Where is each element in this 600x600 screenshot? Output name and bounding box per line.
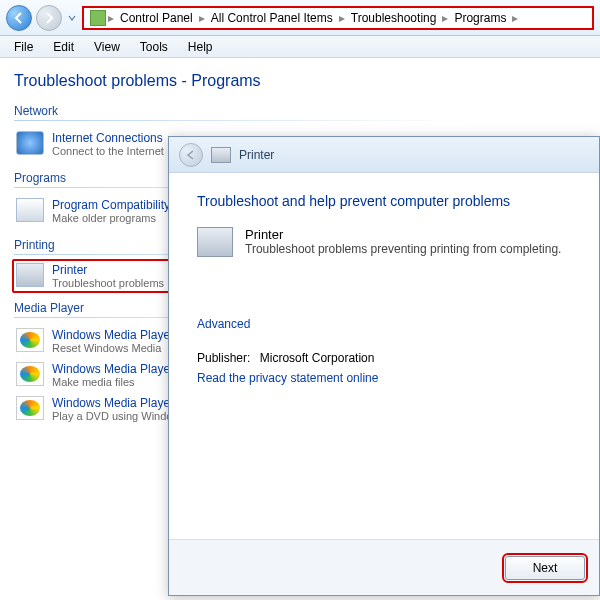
troubleshooter-wizard: Printer Troubleshoot and help prevent co… bbox=[168, 136, 600, 596]
list-item-title: Windows Media Player bbox=[52, 362, 174, 376]
breadcrumb-item[interactable]: Programs bbox=[450, 11, 510, 25]
printer-icon bbox=[197, 227, 233, 257]
wizard-back-button[interactable] bbox=[179, 143, 203, 167]
list-item-sub: Make media files bbox=[52, 376, 174, 388]
control-panel-icon bbox=[90, 10, 106, 26]
wizard-item-sub: Troubleshoot problems preventing printin… bbox=[245, 242, 561, 256]
nav-back-button[interactable] bbox=[6, 5, 32, 31]
next-button[interactable]: Next bbox=[505, 556, 585, 580]
wmp-icon bbox=[16, 328, 44, 352]
wizard-titlebar: Printer bbox=[169, 137, 599, 173]
nav-history-dropdown[interactable] bbox=[66, 14, 78, 22]
wmp-icon bbox=[16, 362, 44, 386]
wizard-title-text: Printer bbox=[239, 148, 274, 162]
list-item-sub: Reset Windows Media bbox=[52, 342, 174, 354]
chevron-right-icon: ▸ bbox=[108, 11, 114, 25]
list-item-sub: Make older programs bbox=[52, 212, 170, 224]
advanced-link[interactable]: Advanced bbox=[197, 317, 571, 331]
nav-forward-button[interactable] bbox=[36, 5, 62, 31]
wizard-body: Troubleshoot and help prevent computer p… bbox=[169, 173, 599, 539]
list-item-title: Windows Media Player bbox=[52, 396, 186, 410]
wizard-heading: Troubleshoot and help prevent computer p… bbox=[197, 193, 571, 209]
chevron-right-icon: ▸ bbox=[339, 11, 345, 25]
list-item-sub: Connect to the Internet bbox=[52, 145, 164, 157]
list-item-title: Program Compatibility bbox=[52, 198, 170, 212]
menu-bar: File Edit View Tools Help bbox=[0, 36, 600, 58]
list-item-title: Internet Connections bbox=[52, 131, 164, 145]
chevron-right-icon: ▸ bbox=[512, 11, 518, 25]
privacy-link[interactable]: Read the privacy statement online bbox=[197, 371, 571, 385]
menu-tools[interactable]: Tools bbox=[132, 38, 176, 56]
menu-file[interactable]: File bbox=[6, 38, 41, 56]
wizard-item: Printer Troubleshoot problems preventing… bbox=[197, 227, 571, 257]
menu-view[interactable]: View bbox=[86, 38, 128, 56]
chevron-right-icon: ▸ bbox=[442, 11, 448, 25]
wmp-icon bbox=[16, 396, 44, 420]
publisher-label: Publisher: bbox=[197, 351, 250, 365]
menu-edit[interactable]: Edit bbox=[45, 38, 82, 56]
program-icon bbox=[16, 198, 44, 222]
breadcrumb-item[interactable]: All Control Panel Items bbox=[207, 11, 337, 25]
list-item-title: Windows Media Player bbox=[52, 328, 174, 342]
list-item-title: Printer bbox=[52, 263, 164, 277]
menu-help[interactable]: Help bbox=[180, 38, 221, 56]
wizard-footer: Next bbox=[169, 539, 599, 595]
globe-icon bbox=[16, 131, 44, 155]
publisher-line: Publisher: Microsoft Corporation bbox=[197, 351, 571, 365]
section-rule bbox=[14, 120, 586, 121]
publisher-value: Microsoft Corporation bbox=[260, 351, 375, 365]
breadcrumb-item[interactable]: Control Panel bbox=[116, 11, 197, 25]
breadcrumb-item[interactable]: Troubleshooting bbox=[347, 11, 441, 25]
chevron-right-icon: ▸ bbox=[199, 11, 205, 25]
breadcrumb[interactable]: ▸ Control Panel ▸ All Control Panel Item… bbox=[82, 6, 594, 30]
printer-icon bbox=[16, 263, 44, 287]
section-heading-network: Network bbox=[14, 104, 586, 118]
page-title: Troubleshoot problems - Programs bbox=[14, 72, 586, 90]
wizard-item-title: Printer bbox=[245, 227, 561, 242]
address-bar: ▸ Control Panel ▸ All Control Panel Item… bbox=[0, 0, 600, 36]
list-item-sub: Troubleshoot problems bbox=[52, 277, 164, 289]
list-item-sub: Play a DVD using Windows bbox=[52, 410, 186, 422]
printer-icon bbox=[211, 147, 231, 163]
